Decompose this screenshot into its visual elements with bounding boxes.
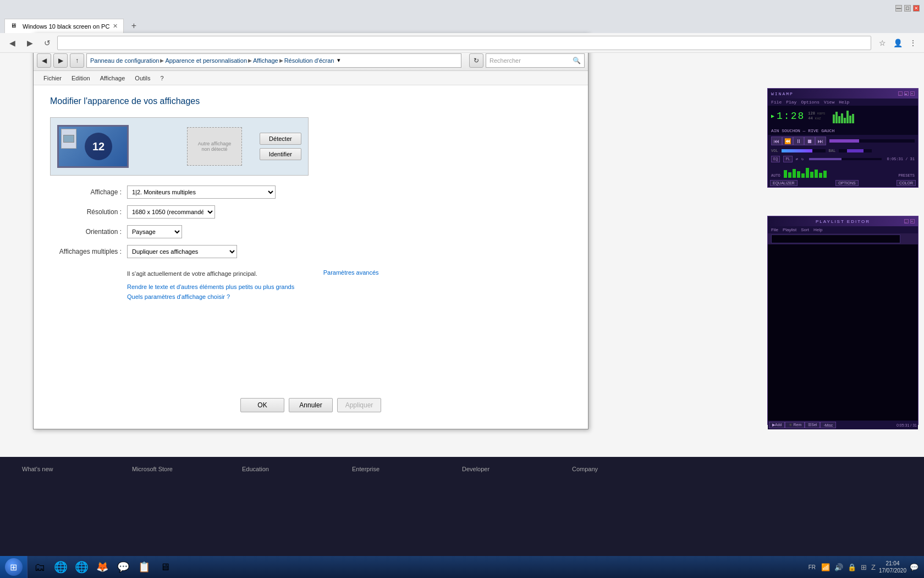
- playlist-close-btn[interactable]: ×: [910, 219, 915, 223]
- settings-icon[interactable]: ⋮: [906, 36, 920, 50]
- playlist-search-input[interactable]: [771, 235, 900, 243]
- ok-button[interactable]: OK: [240, 398, 284, 412]
- explorer-back-btn[interactable]: ◀: [37, 53, 51, 68]
- winamp-color-btn[interactable]: COLOR: [897, 180, 916, 186]
- playlist-menu-playlist[interactable]: Playlist: [783, 227, 796, 232]
- tray-security-icon[interactable]: 🔒: [846, 562, 857, 572]
- affichages-multiples-select[interactable]: Dupliquer ces affichages: [127, 245, 237, 258]
- winamp-progress-bar[interactable]: [829, 139, 915, 143]
- taskbar-chrome-icon[interactable]: 🌐: [72, 557, 91, 577]
- playlist-add-btn[interactable]: ▶Add: [769, 422, 785, 428]
- appliquer-button[interactable]: Appliquer: [337, 398, 381, 412]
- winamp-remaining: 0:05:31 / 31: [887, 157, 915, 161]
- menu-aide[interactable]: ?: [156, 74, 168, 83]
- breadcrumb-item-resolution[interactable]: Résolution d'écran: [284, 57, 334, 64]
- browser-minimize-btn[interactable]: —: [895, 5, 902, 12]
- browser-tab-active[interactable]: 🖥 Windows 10 black screen on PC ✕: [4, 19, 124, 33]
- winamp-menu-options[interactable]: Options: [801, 100, 820, 105]
- winamp-options-btn[interactable]: OPTIONS: [835, 180, 859, 186]
- menu-edition[interactable]: Edition: [67, 74, 95, 83]
- taskbar-explorer-icon[interactable]: 🗂: [30, 557, 50, 577]
- search-box[interactable]: Rechercher 🔍: [486, 53, 585, 68]
- playlist-menu: File Playlist Sort Help: [768, 226, 918, 233]
- monitor-display-main[interactable]: 12: [57, 125, 129, 168]
- playlist-misc-btn[interactable]: ◦Misc: [820, 422, 836, 428]
- playlist-menu-file[interactable]: File: [771, 227, 778, 232]
- display-params-link[interactable]: Quels paramètres d'affichage choisir ?: [127, 293, 571, 300]
- winamp-minimize-btn[interactable]: _: [898, 91, 903, 96]
- browser-maximize-btn[interactable]: □: [904, 5, 911, 12]
- search-icon[interactable]: 🔍: [573, 57, 581, 64]
- explorer-forward-btn[interactable]: ▶: [53, 53, 68, 68]
- winamp-shade-btn[interactable]: ▬: [904, 91, 909, 96]
- affichage-select[interactable]: 1|2. Moniteurs multiples: [127, 186, 276, 199]
- params-avances-link[interactable]: Paramètres avancés: [323, 269, 379, 276]
- winamp-equalizer-btn[interactable]: EQUALIZER: [770, 180, 798, 186]
- winamp-menu-view[interactable]: View: [824, 100, 834, 105]
- menu-affichage[interactable]: Affichage: [96, 74, 130, 83]
- tray-z-icon[interactable]: Z: [870, 562, 877, 572]
- taskbar-notes-icon[interactable]: 📋: [134, 557, 154, 577]
- refresh-button[interactable]: ↺: [40, 35, 55, 51]
- explorer-up-btn[interactable]: ↑: [70, 53, 84, 68]
- playlist-minimize-btn[interactable]: _: [904, 219, 909, 223]
- winamp-balance-bar[interactable]: [839, 149, 872, 152]
- browser-titlebar: — □ ✕: [0, 0, 924, 17]
- winamp-eq-toggle[interactable]: EQ: [771, 156, 780, 162]
- playlist-sel-btn[interactable]: ☰Sel: [805, 422, 820, 428]
- winamp-seek-bar[interactable]: [809, 158, 881, 160]
- winamp-close-btn[interactable]: ×: [910, 91, 915, 96]
- winamp-pause-btn[interactable]: ⏸: [793, 137, 804, 145]
- winamp-pl-toggle[interactable]: PL: [783, 156, 792, 162]
- orientation-select[interactable]: Paysage: [127, 225, 182, 238]
- tray-clock[interactable]: 21:04 17/07/2020: [879, 560, 906, 574]
- explorer-refresh-btn[interactable]: ↻: [469, 53, 483, 68]
- tray-notifications-icon[interactable]: 💬: [909, 562, 920, 572]
- resolution-select[interactable]: 924 x 578 (recommandé): [127, 205, 215, 219]
- menu-fichier[interactable]: Fichier: [39, 74, 66, 83]
- account-icon[interactable]: 👤: [891, 36, 904, 50]
- taskbar-firefox-icon[interactable]: 🦊: [92, 557, 112, 577]
- annuler-button[interactable]: Annuler: [289, 398, 333, 412]
- forward-button[interactable]: ▶: [22, 35, 37, 51]
- playlist-rem-btn[interactable]: ◾Rem: [785, 422, 805, 428]
- back-button[interactable]: ◀: [4, 35, 20, 51]
- winamp-menu-file[interactable]: File: [771, 100, 782, 105]
- browser-close-btn[interactable]: ✕: [913, 5, 920, 12]
- breadcrumb[interactable]: Panneau de configuration ▶ Apparence et …: [86, 53, 461, 68]
- breadcrumb-item-panneau[interactable]: Panneau de configuration: [90, 57, 159, 64]
- playlist-menu-help[interactable]: Help: [813, 227, 822, 232]
- winamp-shuffle[interactable]: ⇄: [796, 157, 798, 161]
- tray-network-icon[interactable]: 📶: [820, 562, 831, 572]
- winamp-repeat[interactable]: ↻: [801, 157, 804, 161]
- tray-time-value: 21:04: [879, 560, 906, 567]
- new-tab-button[interactable]: +: [126, 19, 141, 33]
- winamp-rewind-btn[interactable]: ⏪: [782, 137, 793, 145]
- winamp-next-btn[interactable]: ⏭: [815, 137, 826, 145]
- resize-link[interactable]: Rendre le texte et d'autres éléments plu…: [127, 283, 571, 290]
- tray-windows-icon[interactable]: ⊞: [860, 562, 868, 572]
- detect-button[interactable]: Détecter: [260, 133, 301, 145]
- tray-language-indicator[interactable]: FR: [806, 563, 818, 571]
- menu-outils[interactable]: Outils: [130, 74, 155, 83]
- winamp-menu-play[interactable]: Play: [786, 100, 796, 105]
- tray-volume-icon[interactable]: 🔊: [833, 562, 844, 572]
- breadcrumb-item-apparence[interactable]: Apparence et personnalisation: [165, 57, 247, 64]
- playlist-menu-sort[interactable]: Sort: [801, 227, 809, 232]
- taskbar-edge-icon[interactable]: 🌐: [51, 557, 70, 577]
- breadcrumb-dropdown-icon[interactable]: ▾: [337, 57, 340, 64]
- taskbar-skype-icon[interactable]: 💬: [113, 557, 133, 577]
- tab-close-icon[interactable]: ✕: [113, 23, 118, 30]
- winamp-stop-btn[interactable]: ⏹: [804, 137, 815, 145]
- winamp-volume-bar[interactable]: [782, 149, 826, 152]
- breadcrumb-item-affichage[interactable]: Affichage: [253, 57, 278, 64]
- winamp-presets[interactable]: PRESETS: [899, 173, 915, 178]
- address-bar[interactable]: [57, 36, 871, 50]
- winamp-menu-help[interactable]: Help: [839, 100, 849, 105]
- winamp-time-display: 1:28: [777, 111, 805, 122]
- winamp-prev-btn[interactable]: ⏮: [771, 137, 782, 145]
- bookmark-icon[interactable]: ☆: [876, 36, 889, 50]
- taskbar-display-icon[interactable]: 🖥: [155, 557, 175, 577]
- identify-button[interactable]: Identifier: [260, 148, 301, 160]
- start-button[interactable]: ⊞: [0, 556, 28, 578]
